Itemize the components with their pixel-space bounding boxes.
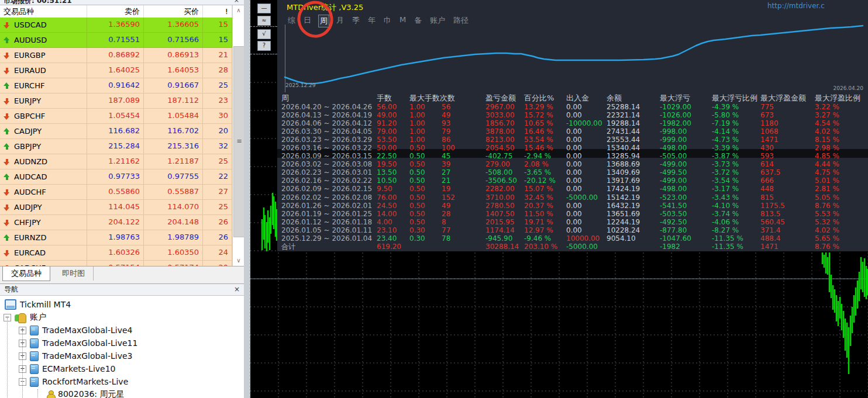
- max-drawdown-pct-cell: -3.74 %: [712, 210, 760, 218]
- stats-row: 2026.03.30 ~ 2026.04.0579.001.00793878.0…: [281, 127, 868, 136]
- tree-connector: [7, 318, 8, 398]
- tab-tick-chart[interactable]: 即时图: [54, 267, 94, 281]
- market-watch-row[interactable]: EURJPY187.089187.11223: [0, 94, 232, 109]
- period-cell: 2026.02.09 ~ 2026.02.15: [281, 185, 377, 193]
- market-watch-row[interactable]: AUDCAD0.977330.9775522: [0, 169, 232, 185]
- market-watch-row[interactable]: GBPCHF1.054541.0548430: [0, 109, 232, 124]
- max-float-profit-cell: 815: [760, 193, 815, 202]
- lots-cell: 19.50: [377, 160, 409, 168]
- ask-cell: 1.36605: [144, 18, 203, 32]
- market-watch-row[interactable]: EURAUD1.640251.6405328: [0, 63, 232, 78]
- max-float-profit-cell: 666: [760, 176, 815, 185]
- max-float-profit-pct-cell: 2.81 %: [815, 185, 868, 193]
- tree-item-server[interactable]: +TradeMaxGlobal-Live3: [19, 349, 132, 362]
- market-watch-scrollbar[interactable]: ∧ ≡ ∨: [232, 5, 244, 266]
- percent-cell: 15.07 %: [524, 185, 566, 193]
- market-watch-row[interactable]: AUDJPY114.045114.07025: [0, 200, 232, 215]
- arrow-down-icon: [4, 189, 10, 196]
- stats-column-header: 出入金: [566, 94, 607, 103]
- max-float-profit-pct-cell: 3.22 %: [815, 103, 868, 111]
- chart-window: — ≈ √ ? MTDriver统计 ,V3.25 http://mtdrive…: [244, 0, 868, 398]
- max-drawdown-pct-cell: -11.35 %: [712, 234, 760, 243]
- arrow-down-icon: [4, 250, 10, 257]
- profit-cell: 2015.95: [485, 218, 524, 226]
- market-watch-row[interactable]: AUDUSD0.715510.7156615: [0, 33, 232, 48]
- symbol-cell: AUDNZD: [0, 154, 87, 169]
- max-drawdown-pct-cell: -3.87 %: [712, 152, 760, 160]
- lots-cell: 76.00: [377, 193, 409, 202]
- bid-cell: 1.64025: [87, 63, 144, 78]
- scroll-down-icon[interactable]: ∨: [233, 255, 244, 266]
- sketch-button[interactable]: ≈: [257, 16, 271, 26]
- deposit-cell: 0.00: [566, 176, 607, 185]
- tree-item-server[interactable]: +ECMarkets-Live10: [19, 362, 116, 375]
- tree-item-server[interactable]: +TradeMaxGlobal-Live4: [19, 324, 132, 337]
- scroll-up-icon[interactable]: ∧: [233, 5, 244, 16]
- max-float-profit-cell: 593: [760, 152, 815, 160]
- tree-item-broker[interactable]: Tickmill MT4: [5, 298, 71, 311]
- stats-column-header: 盈亏金额: [485, 94, 524, 103]
- max-float-profit-cell: 1180: [760, 119, 815, 127]
- ask-cell: 0.86913: [144, 48, 203, 63]
- server-label: TradeMaxGlobal-Live11: [42, 338, 137, 348]
- market-watch-row[interactable]: CADJPY116.682116.70220: [0, 124, 232, 139]
- count-cell: 39: [442, 160, 485, 168]
- server-icon: [30, 364, 39, 374]
- tree-item-account[interactable]: 8002036: 周元星: [47, 388, 125, 398]
- market-watch-row[interactable]: EURNZD1.987631.9878926: [0, 230, 232, 245]
- tree-item-server[interactable]: +TradeMaxGlobal-Live11: [19, 337, 137, 349]
- spread-cell: 32: [203, 139, 232, 154]
- column-header-bid[interactable]: 卖价: [87, 5, 144, 18]
- navigator-close-icon[interactable]: ×: [234, 284, 240, 295]
- max-float-profit-pct-cell: 4.54 %: [815, 119, 868, 127]
- maxlot-cell: 0.50: [409, 152, 442, 160]
- count-cell: 8: [442, 218, 485, 226]
- bid-cell: 0.71551: [87, 33, 144, 47]
- profit-cell: 2054.50: [485, 144, 524, 152]
- max-float-profit-pct-cell: 5.65 %: [815, 234, 868, 243]
- spread-cell: 30: [203, 109, 232, 123]
- stats-column-header: 手数: [377, 94, 409, 103]
- max-drawdown-cell: -505.00: [660, 152, 712, 160]
- tab-symbols[interactable]: 交易品种: [2, 267, 50, 281]
- market-watch-row[interactable]: USDCAD1.365901.3660515: [0, 18, 232, 33]
- maxlot-cell: 0.50: [409, 144, 442, 152]
- total-deposit: -5000.00: [566, 243, 607, 251]
- help-button[interactable]: ?: [257, 41, 271, 51]
- equity-curve-line: [285, 26, 863, 84]
- tree-item-server[interactable]: −RockfortMarkets-Live: [19, 375, 128, 388]
- column-header-ask[interactable]: 买价: [144, 5, 203, 18]
- market-watch-row[interactable]: EURCHF0.916420.9166725: [0, 78, 232, 94]
- close-icon[interactable]: ×: [234, 0, 239, 4]
- check-button[interactable]: √: [257, 29, 271, 39]
- max-float-profit-cell: 488.4: [760, 234, 815, 243]
- tree-item-accounts[interactable]: −账户: [4, 311, 46, 324]
- stats-column-header: 最大浮亏比例: [712, 94, 760, 103]
- market-watch-row[interactable]: CHFJPY204.122204.14826: [0, 215, 232, 230]
- total-float-profit: 1471: [760, 243, 815, 251]
- column-header-spread[interactable]: !: [203, 5, 232, 18]
- symbol-label: AUDCHF: [14, 185, 46, 199]
- max-drawdown-pct-cell: -3.39 %: [712, 144, 760, 152]
- stats-total-row: 合计619.2030288.14203.10 %-5000.00-1982-11…: [281, 243, 868, 251]
- maxlot-cell: 1.00: [409, 119, 442, 127]
- period-cell: 2026.03.23 ~ 2026.03.29: [281, 136, 377, 144]
- market-watch-row[interactable]: EURCAD1.603261.6035024: [0, 245, 232, 261]
- maxlot-cell: 1.00: [409, 136, 442, 144]
- market-watch-row[interactable]: EURGBP0.868920.8691321: [0, 48, 232, 63]
- column-header-symbol[interactable]: 交易品种: [0, 5, 87, 18]
- max-drawdown-pct-cell: -7.19 %: [712, 119, 760, 127]
- market-watch-row[interactable]: AUDNZD1.211621.2118725: [0, 154, 232, 169]
- market-watch-row[interactable]: GBPJPY215.284215.31632: [0, 139, 232, 154]
- spread-cell: 25: [203, 78, 232, 93]
- lots-cell: 23.40: [377, 234, 409, 243]
- market-watch-row[interactable]: AUDCHF0.558600.5588727: [0, 185, 232, 200]
- symbol-label: AUDNZD: [14, 155, 47, 169]
- stats-row: 2026.01.19 ~ 2026.01.2514.000.50281407.5…: [281, 210, 868, 218]
- spread-cell: 26: [203, 230, 232, 245]
- divider: [250, 54, 277, 54]
- minimize-button[interactable]: —: [257, 4, 271, 13]
- tree-connector: [22, 330, 23, 398]
- scrollbar-thumb[interactable]: ≡: [233, 46, 245, 237]
- market-watch-row[interactable]: CADCHF0.571540.5717420: [0, 261, 232, 266]
